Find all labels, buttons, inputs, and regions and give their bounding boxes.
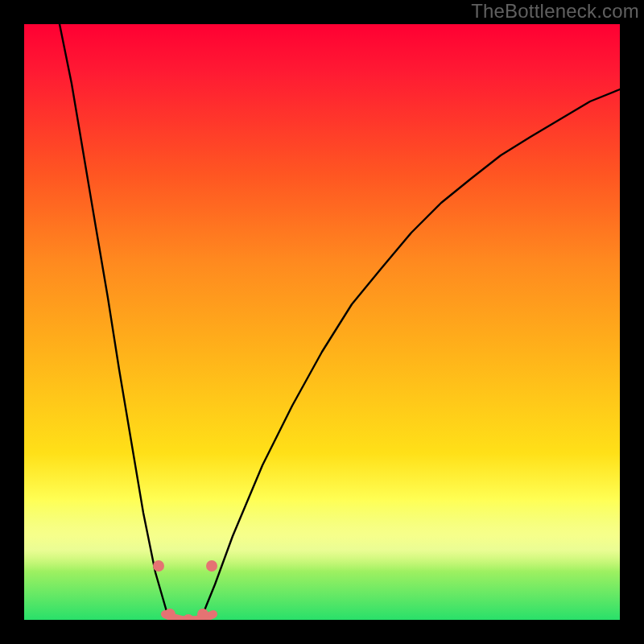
curves-svg: [24, 24, 620, 620]
highlight-band: [24, 499, 620, 572]
floor-dot: [206, 560, 217, 572]
watermark-text: TheBottleneck.com: [471, 0, 639, 23]
curve-right-branch: [191, 89, 620, 620]
floor-dot: [197, 609, 208, 620]
floor-dot: [164, 609, 175, 620]
chart-canvas: TheBottleneck.com: [0, 0, 644, 644]
floor-dot: [183, 614, 194, 620]
plot-area: [24, 24, 620, 620]
floor-marker-segment: [165, 614, 213, 620]
curve-left-branch: [60, 24, 179, 620]
floor-dot: [153, 560, 164, 572]
